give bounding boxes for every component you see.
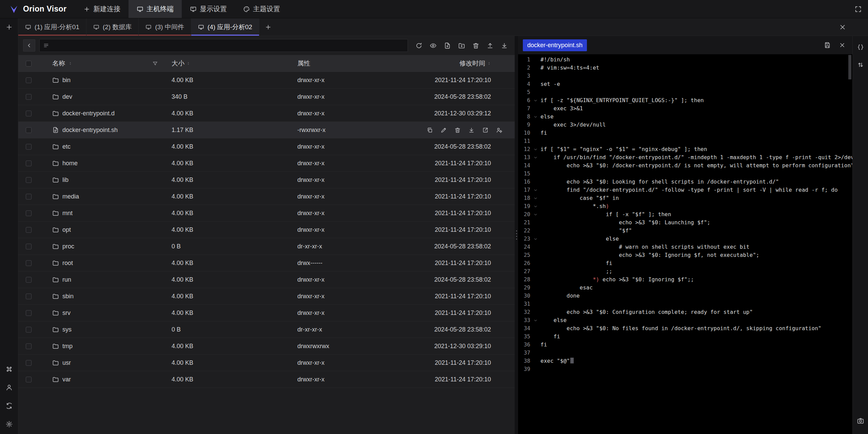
- table-row[interactable]: tmp4.00 KBdrwxrwxrwx2021-12-30 03:29:10: [18, 338, 515, 355]
- table-row[interactable]: run4.00 KBdrwxr-xr-x2024-05-28 23:58:02: [18, 271, 515, 288]
- row-checkbox[interactable]: [26, 77, 32, 83]
- edit-icon[interactable]: [440, 127, 447, 133]
- download-icon[interactable]: [501, 42, 508, 49]
- table-row[interactable]: lib4.00 KBdrwxr-xr-x2021-11-24 17:20:10: [18, 172, 515, 188]
- file-name[interactable]: bin: [62, 77, 71, 84]
- row-checkbox[interactable]: [26, 327, 32, 333]
- close-panel-icon[interactable]: [839, 23, 846, 31]
- fold-chevron-icon[interactable]: [530, 194, 540, 202]
- file-name[interactable]: opt: [62, 226, 71, 233]
- editor-scrollbar[interactable]: [848, 55, 851, 79]
- terminal-tab-4[interactable]: (4) 应用-分析02: [191, 18, 259, 36]
- terminal-tab-2[interactable]: (2) 数据库: [86, 18, 139, 36]
- row-checkbox[interactable]: [26, 377, 32, 382]
- trash-icon[interactable]: [454, 127, 461, 133]
- row-checkbox[interactable]: [26, 227, 32, 233]
- table-row[interactable]: docker-entrypoint.d4.00 KBdrwxr-xr-x2021…: [18, 105, 515, 122]
- fold-chevron-icon[interactable]: [530, 96, 540, 105]
- nav-item-1[interactable]: 主机终端: [129, 0, 182, 18]
- sort-icon[interactable]: [68, 61, 72, 66]
- row-checkbox[interactable]: [26, 277, 32, 283]
- file-name[interactable]: sbin: [62, 293, 74, 300]
- user-icon[interactable]: [5, 384, 13, 391]
- file-name[interactable]: dev: [62, 93, 72, 100]
- terminal-tab-3[interactable]: (3) 中间件: [139, 18, 191, 36]
- row-checkbox[interactable]: [26, 194, 32, 200]
- file-name[interactable]: tmp: [62, 343, 73, 350]
- file-name[interactable]: lib: [62, 176, 68, 184]
- file-plus-icon[interactable]: [444, 42, 451, 49]
- file-name[interactable]: home: [62, 160, 78, 167]
- permission-icon[interactable]: [496, 127, 502, 133]
- row-checkbox[interactable]: [26, 260, 32, 266]
- fold-chevron-icon[interactable]: [530, 235, 540, 243]
- download-icon[interactable]: [468, 127, 475, 133]
- row-checkbox[interactable]: [26, 111, 32, 116]
- copy-path-icon[interactable]: [482, 127, 489, 133]
- sort-icon[interactable]: [487, 61, 491, 66]
- file-name[interactable]: media: [62, 193, 79, 200]
- editor-filename-badge[interactable]: docker-entrypoint.sh: [523, 39, 587, 51]
- table-row[interactable]: media4.00 KBdrwxr-xr-x2021-11-24 17:20:1…: [18, 188, 515, 205]
- table-row[interactable]: opt4.00 KBdrwxr-xr-x2021-11-24 17:20:10: [18, 222, 515, 238]
- panel-splitter[interactable]: [515, 36, 518, 434]
- file-name[interactable]: docker-entrypoint.d: [62, 110, 115, 117]
- filter-icon[interactable]: [152, 61, 158, 67]
- row-checkbox[interactable]: [26, 94, 32, 100]
- nav-item-0[interactable]: 新建连接: [75, 0, 129, 18]
- table-row[interactable]: var4.00 KBdrwxr-xr-x2021-11-24 17:20:10: [18, 371, 515, 388]
- table-row[interactable]: home4.00 KBdrwxr-xr-x2021-11-24 17:20:10: [18, 155, 515, 172]
- file-name[interactable]: docker-entrypoint.sh: [62, 127, 118, 134]
- sync-icon[interactable]: [5, 402, 13, 410]
- file-name[interactable]: run: [62, 276, 71, 283]
- path-input[interactable]: [52, 42, 404, 50]
- file-name[interactable]: sys: [62, 326, 72, 333]
- row-checkbox[interactable]: [26, 343, 32, 349]
- folder-plus-icon[interactable]: [458, 42, 465, 49]
- row-checkbox[interactable]: [26, 161, 32, 166]
- file-name[interactable]: proc: [62, 243, 74, 250]
- save-icon[interactable]: [824, 42, 831, 49]
- table-row[interactable]: etc4.00 KBdrwxr-xr-x2024-05-28 23:58:02: [18, 138, 515, 155]
- eye-icon[interactable]: [430, 42, 437, 49]
- nav-item-3[interactable]: 主题设置: [235, 0, 288, 18]
- table-row[interactable]: bin4.00 KBdrwxr-xr-x2021-11-24 17:20:10: [18, 72, 515, 89]
- row-checkbox[interactable]: [26, 294, 32, 299]
- row-checkbox[interactable]: [26, 310, 32, 316]
- fold-chevron-icon[interactable]: [530, 210, 540, 219]
- table-row[interactable]: sbin4.00 KBdrwxr-xr-x2021-11-24 17:20:10: [18, 288, 515, 305]
- fold-chevron-icon[interactable]: [530, 113, 540, 121]
- copy-icon[interactable]: [427, 127, 433, 133]
- row-checkbox[interactable]: [26, 177, 32, 183]
- fold-chevron-icon[interactable]: [530, 202, 540, 210]
- fold-chevron-icon[interactable]: [530, 153, 540, 162]
- plus-icon[interactable]: [5, 23, 13, 31]
- nav-item-2[interactable]: 显示设置: [182, 0, 235, 18]
- row-checkbox[interactable]: [26, 360, 32, 366]
- file-name[interactable]: root: [62, 260, 73, 267]
- back-button[interactable]: [23, 39, 35, 52]
- table-row[interactable]: mnt4.00 KBdrwxr-xr-x2021-11-24 17:20:10: [18, 205, 515, 222]
- fold-chevron-icon[interactable]: [530, 316, 540, 324]
- header-size[interactable]: 大小: [161, 59, 286, 68]
- fullscreen-icon[interactable]: [854, 5, 862, 13]
- table-row[interactable]: docker-entrypoint.sh1.17 KB-rwxrwxr-x: [18, 122, 515, 138]
- sort-icon[interactable]: [186, 61, 190, 66]
- header-name[interactable]: 名称: [39, 59, 161, 68]
- upload-icon[interactable]: [487, 42, 494, 49]
- row-checkbox[interactable]: [26, 127, 32, 133]
- select-all-checkbox[interactable]: [26, 61, 32, 67]
- header-mtime[interactable]: 修改时间: [422, 59, 515, 68]
- close-icon[interactable]: [839, 42, 846, 49]
- camera-icon[interactable]: [857, 417, 864, 424]
- terminal-tab-1[interactable]: (1) 应用-分析01: [18, 18, 86, 36]
- code-editor[interactable]: 1#!/bin/sh2# vim:sw=4:ts=4:et34set -e56i…: [518, 54, 852, 434]
- table-row[interactable]: dev340 Bdrwxr-xr-x2024-05-28 23:58:02: [18, 89, 515, 105]
- braces-icon[interactable]: [857, 43, 864, 51]
- file-name[interactable]: srv: [62, 309, 71, 317]
- table-row[interactable]: usr4.00 KBdrwxr-xr-x2021-11-24 17:20:10: [18, 355, 515, 371]
- fold-chevron-icon[interactable]: [530, 145, 540, 153]
- refresh-icon[interactable]: [415, 42, 422, 49]
- trash-icon[interactable]: [472, 42, 479, 49]
- table-row[interactable]: srv4.00 KBdrwxr-xr-x2021-11-24 17:20:10: [18, 305, 515, 321]
